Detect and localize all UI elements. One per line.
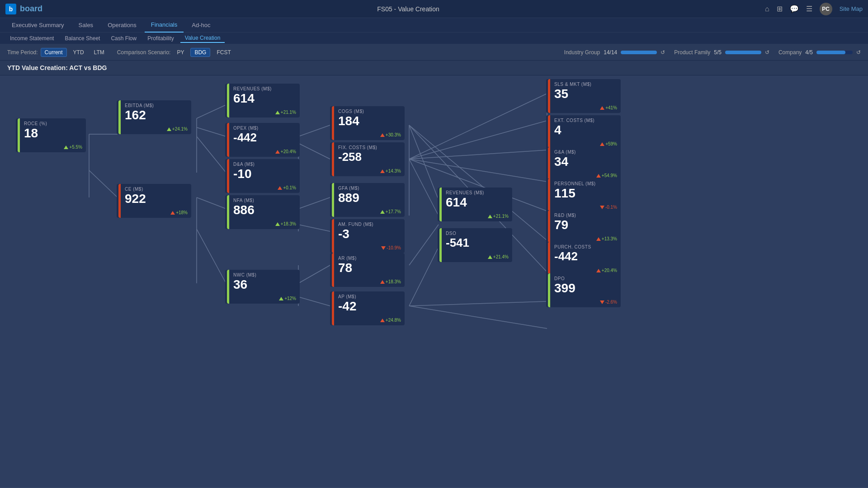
ap-change: +24.8%: [380, 318, 401, 323]
nwc-title: NWC (M$): [233, 272, 295, 277]
gfa-change: +17.7%: [380, 209, 401, 214]
dna-value: -10: [233, 168, 295, 180]
main-content: ROCE (%) 18 +5.5% EBITDA (M$) 162 +24.1%…: [0, 75, 868, 488]
nwc-value: 36: [233, 278, 295, 291]
chat-icon[interactable]: 💬: [790, 5, 799, 13]
cogs-value: 184: [338, 115, 400, 127]
metric-rnd: R&D (M$) 79 +13.3%: [546, 210, 621, 244]
svg-line-8: [197, 229, 226, 283]
metric-gna: G&A (M$) 34 +54.9%: [546, 147, 621, 181]
metric-revenues: REVENUES (M$) 614 +21.1%: [225, 84, 300, 117]
subnav-value-creation[interactable]: Value Creation: [180, 34, 225, 43]
subnav-cash-flow[interactable]: Cash Flow: [106, 34, 141, 42]
filter-ytd[interactable]: YTD: [70, 48, 88, 56]
svg-line-3: [197, 105, 226, 118]
metric-nwc: NWC (M$) 36 +12%: [225, 270, 300, 304]
svg-line-26: [409, 150, 547, 159]
cogs-indicator: [332, 106, 334, 140]
page-title: FS05 - Value Creation: [52, 5, 765, 13]
revenues-change: +21.1%: [275, 110, 296, 115]
tab-financials[interactable]: Financials: [145, 18, 184, 33]
roce-indicator: [18, 118, 20, 152]
svg-line-11: [298, 143, 330, 159]
company-label: Company: [778, 49, 802, 56]
purch-costs-arrow: [596, 269, 601, 272]
subnav-income-statement[interactable]: Income Statement: [5, 34, 58, 42]
industry-group-slider[interactable]: [621, 51, 657, 54]
tab-sales[interactable]: Sales: [72, 18, 100, 33]
dna-indicator: [227, 159, 229, 193]
tab-adhoc[interactable]: Ad-hoc: [185, 18, 217, 33]
nwc-indicator: [227, 270, 229, 304]
product-family-refresh[interactable]: ↺: [765, 49, 769, 56]
am-fund-change: -10.9%: [381, 245, 401, 250]
industry-group-value: 14/14: [604, 49, 617, 56]
svg-line-27: [409, 159, 547, 182]
ap-title: AP (M$): [338, 294, 400, 299]
filter-ltm[interactable]: LTM: [90, 48, 108, 56]
menu-icon[interactable]: ☰: [806, 5, 812, 13]
metric-ap: AP (M$) -42 +24.8%: [330, 291, 405, 325]
time-period-label: Time Period:: [7, 49, 38, 56]
ce-change: +18%: [170, 210, 188, 215]
revenues-indicator: [227, 84, 229, 117]
industry-group-filter: Industry Group 14/14 ↺: [564, 49, 665, 56]
ar-indicator: [332, 253, 334, 287]
svg-line-20: [409, 159, 439, 216]
company-slider[interactable]: [816, 51, 853, 54]
svg-line-19: [409, 125, 439, 200]
dna-change: +0.1%: [278, 185, 296, 190]
logo-text: board: [20, 4, 42, 14]
metric-ar: AR (M$) 78 +18.3%: [330, 253, 405, 287]
roce-value: 18: [24, 127, 81, 140]
fix-costs-change: +14.3%: [380, 169, 401, 174]
metric-cogs: COGS (M$) 184 +30.3%: [330, 106, 405, 140]
ap-arrow: [380, 319, 385, 322]
filter-py[interactable]: PY: [173, 48, 188, 56]
grid-icon[interactable]: ⊞: [777, 5, 783, 13]
svg-line-25: [409, 121, 547, 159]
logo[interactable]: b board: [5, 4, 42, 14]
gna-arrow: [596, 174, 601, 178]
personnel-value: 115: [554, 187, 616, 200]
metric-personnel: PERSONNEL (M$) 115 -0.1%: [546, 178, 621, 212]
nfa-value: 886: [233, 204, 295, 216]
svg-line-13: [298, 197, 330, 209]
company-refresh[interactable]: ↺: [856, 49, 861, 56]
personnel-title: PERSONNEL (M$): [554, 181, 616, 186]
ebitda-title: EBITDA (M$): [125, 103, 187, 108]
dso-arrow: [488, 255, 492, 259]
ebitda-value: 162: [125, 109, 187, 122]
tab-executive-summary[interactable]: Executive Summary: [5, 18, 71, 33]
revenues-arrow: [275, 111, 280, 114]
filter-bdg[interactable]: BDG: [190, 48, 210, 57]
sls-mkt-value: 35: [554, 88, 616, 100]
metric-revenues2: REVENUES (M$) 614 +21.1%: [438, 188, 512, 221]
industry-group-refresh[interactable]: ↺: [660, 49, 665, 56]
ebitda-arrow: [167, 127, 171, 131]
svg-line-7: [197, 197, 226, 209]
site-map-link[interactable]: Site Map: [840, 5, 863, 12]
svg-line-14: [298, 225, 330, 231]
top-actions: ⌂ ⊞ 💬 ☰ PC Site Map: [765, 3, 863, 15]
rnd-indicator: [548, 210, 550, 244]
dpo-arrow: [600, 300, 604, 304]
metric-gfa: GFA (M$) 889 +17.7%: [330, 183, 405, 217]
metric-dso: DSO -541 +21.4%: [438, 228, 512, 262]
purch-costs-title: PURCH. COSTS: [554, 244, 616, 249]
subnav-profitability[interactable]: Profitability: [143, 34, 179, 42]
tab-operations[interactable]: Operations: [101, 18, 143, 33]
filter-fcst[interactable]: FCST: [213, 48, 234, 56]
svg-line-30: [409, 125, 547, 240]
ext-costs-arrow: [600, 142, 604, 146]
fix-costs-value: -258: [338, 151, 400, 163]
home-icon[interactable]: ⌂: [765, 5, 769, 13]
svg-line-10: [298, 125, 330, 136]
filter-current[interactable]: Current: [41, 48, 67, 57]
user-avatar[interactable]: PC: [820, 3, 832, 15]
connectors-svg: [0, 75, 868, 488]
ce-arrow: [170, 211, 175, 215]
product-family-slider[interactable]: [725, 51, 761, 54]
subnav-balance-sheet[interactable]: Balance Sheet: [60, 34, 104, 42]
dna-title: D&A (M$): [233, 162, 295, 167]
